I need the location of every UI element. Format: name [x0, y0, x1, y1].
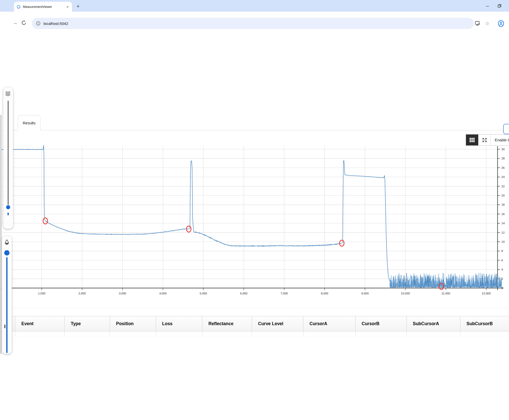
slider-thumb[interactable] [6, 205, 10, 209]
table-empty-cell [303, 331, 356, 336]
table-header-cell[interactable]: Reflectance [202, 316, 252, 331]
tab-results[interactable]: Results [18, 115, 40, 130]
table-empty-cell [156, 331, 202, 336]
table-header-cell[interactable]: CursorB [356, 316, 407, 331]
chart-table-divider [0, 308, 509, 308]
table-empty-cell [15, 331, 65, 336]
tab-favicon-icon [17, 5, 21, 9]
events-table: EventTypePositionLossReflectanceCurve Le… [0, 316, 509, 336]
table-header-cell[interactable]: Position [110, 316, 156, 331]
overlay-edge-band [0, 115, 2, 354]
pen-slider-track[interactable] [6, 257, 8, 353]
browser-toolbar: → localhost:5042 [0, 12, 509, 34]
tab-close-icon[interactable]: × [66, 5, 69, 9]
table-header-cell[interactable]: Loss [156, 316, 202, 331]
ink-drop-icon [5, 239, 9, 245]
table-header-cell[interactable]: CursorA [303, 316, 356, 331]
tab-title: MeasurementViewer [23, 5, 66, 9]
new-tab-button[interactable]: + [74, 3, 82, 10]
expand-arrows-icon [482, 138, 487, 143]
table-empty-cell [202, 331, 252, 336]
table-empty-cell [110, 331, 156, 336]
page-top-divider [0, 130, 509, 130]
table-header-row: EventTypePositionLossReflectanceCurve Le… [0, 316, 509, 331]
chart-toolbar: Enable Crossh [466, 134, 509, 146]
minimize-button[interactable]: – [486, 3, 489, 8]
table-empty-cell [65, 331, 110, 336]
fullscreen-button[interactable] [478, 134, 490, 145]
waves-icon [5, 91, 11, 96]
table-empty-cell [356, 331, 407, 336]
url-text[interactable]: localhost:5042 [44, 21, 68, 26]
install-app-icon[interactable] [475, 21, 480, 26]
table-header-cell[interactable]: Curve Level [252, 316, 303, 331]
browser-tab-strip: MeasurementViewer × + – [0, 0, 509, 12]
browser-window: MeasurementViewer × + – → [0, 0, 509, 339]
forward-icon[interactable]: → [11, 20, 19, 26]
pen-slider-thumb[interactable] [4, 250, 10, 256]
table-empty-cell [460, 331, 509, 336]
bookmark-star-icon[interactable]: ☆ [485, 21, 489, 26]
profile-avatar-icon[interactable] [498, 20, 504, 27]
slider-track[interactable] [8, 101, 9, 205]
handle-mark [4, 325, 5, 328]
browser-tab-measurementviewer[interactable]: MeasurementViewer × [14, 2, 72, 12]
chart-menu-button[interactable]: ≡ [503, 124, 509, 134]
restore-window-button[interactable] [498, 4, 501, 8]
site-info-icon[interactable] [36, 21, 40, 26]
table-header-cell[interactable]: Type [65, 316, 110, 331]
grid-icon [469, 138, 475, 142]
table-header-cell[interactable]: SubCursorB [460, 316, 509, 331]
address-bar[interactable]: localhost:5042 [32, 18, 474, 29]
table-empty-cell [252, 331, 303, 336]
window-controls: – [486, 0, 501, 12]
annotation-pen-slider-panel [2, 236, 12, 354]
enable-crosshair-button[interactable]: Enable Crossh [490, 134, 509, 145]
toolbar-right-icons: ☆ [475, 18, 509, 29]
table-empty-row [0, 331, 509, 336]
annotation-opacity-slider-panel [3, 87, 13, 229]
table-view-button[interactable] [466, 134, 478, 145]
table-header-cell[interactable]: Event [15, 316, 65, 331]
table-header-cell[interactable]: SubCursorA [407, 316, 460, 331]
reload-icon[interactable] [19, 20, 28, 25]
table-empty-cell [407, 331, 460, 336]
slider-thumb-tail [8, 213, 9, 215]
